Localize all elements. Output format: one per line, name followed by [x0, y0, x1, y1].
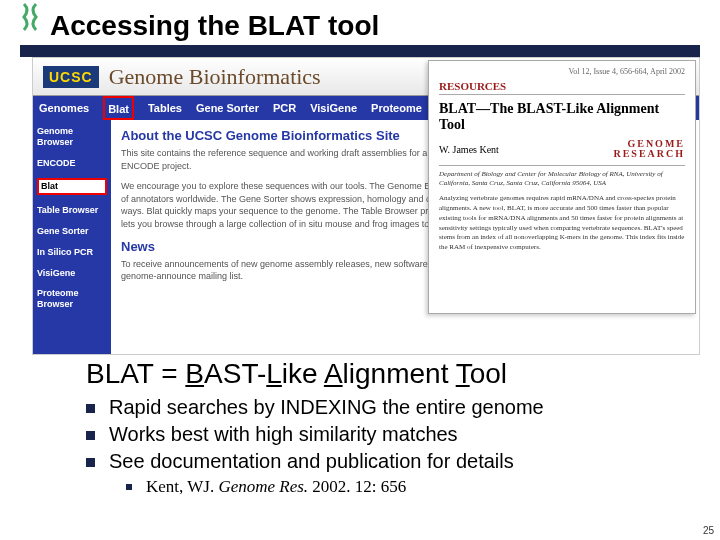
title-underline — [20, 45, 700, 57]
eq-r4: ool — [470, 358, 507, 389]
eq-r3: lignment — [343, 358, 456, 389]
sidebar-blat[interactable]: Blat — [37, 178, 107, 195]
bullet-list: Rapid searches by INDEXING the entire ge… — [86, 396, 544, 501]
paper-author-row: W. James Kent GENOME RESEARCH — [439, 139, 685, 166]
eq-r1: AST- — [204, 358, 266, 389]
nav-pcr[interactable]: PCR — [273, 102, 296, 114]
nav-gene-sorter[interactable]: Gene Sorter — [196, 102, 259, 114]
cite-journal: Genome Res. — [218, 477, 308, 496]
ucsc-logo: UCSC — [43, 66, 99, 88]
nav-visigene[interactable]: VisiGene — [310, 102, 357, 114]
sidebar-gene-sorter[interactable]: Gene Sorter — [37, 226, 107, 237]
eq-b: B — [185, 358, 204, 389]
sidebar-proteome-browser[interactable]: Proteome Browser — [37, 288, 107, 310]
blat-equation: BLAT = BAST-Like Alignment Tool — [86, 358, 507, 390]
dna-icon — [18, 2, 42, 32]
nav-genomes[interactable]: Genomes — [39, 102, 89, 114]
paper-resources: RESOURCES — [439, 80, 685, 95]
sidebar-in-silico-pcr[interactable]: In Silico PCR — [37, 247, 107, 258]
eq-t: T — [456, 358, 470, 389]
sidebar-visigene[interactable]: VisiGene — [37, 268, 107, 279]
nav-tables[interactable]: Tables — [148, 102, 182, 114]
bullet-1: Rapid searches by INDEXING the entire ge… — [86, 396, 544, 419]
bullet-3: See documentation and publication for de… — [86, 450, 544, 473]
paper-affiliation: Department of Biology and Center for Mol… — [439, 170, 685, 188]
ucsc-header-text: Genome Bioinformatics — [109, 64, 321, 90]
bullet-2: Works best with high similarity matches — [86, 423, 544, 446]
cite-rest: 2002. 12: 656 — [308, 477, 406, 496]
bullet-1-text: Rapid searches by INDEXING the entire ge… — [109, 396, 544, 419]
eq-a: A — [324, 358, 343, 389]
page-number: 25 — [703, 525, 714, 536]
paper-author: W. James Kent — [439, 144, 499, 155]
paper-title: BLAT—The BLAST-Like Alignment Tool — [439, 101, 685, 133]
genome-research-logo: GENOME RESEARCH — [613, 139, 685, 159]
nav-blat[interactable]: Blat — [108, 103, 129, 115]
sidebar-encode[interactable]: ENCODE — [37, 158, 107, 169]
sidebar-table-browser[interactable]: Table Browser — [37, 205, 107, 216]
paper-overlay: Vol 12, Issue 4, 656-664, April 2002 RES… — [428, 60, 696, 314]
paper-abstract: Analyzing vertebrate genomes requires ra… — [439, 194, 685, 253]
ucsc-sidebar: Genome Browser ENCODE Blat Table Browser… — [33, 120, 111, 354]
nav-proteome[interactable]: Proteome — [371, 102, 422, 114]
bullet-icon — [86, 431, 95, 440]
citation: Kent, WJ. Genome Res. 2002. 12: 656 — [146, 477, 406, 497]
bullet-3-text: See documentation and publication for de… — [109, 450, 514, 473]
bullet-2-text: Works best with high similarity matches — [109, 423, 458, 446]
citation-row: Kent, WJ. Genome Res. 2002. 12: 656 — [86, 477, 544, 497]
logo-bot: RESEARCH — [613, 148, 685, 159]
sidebar-genome-browser[interactable]: Genome Browser — [37, 126, 107, 148]
eq-prefix: BLAT = — [86, 358, 185, 389]
eq-r2: ike — [282, 358, 324, 389]
bullet-icon — [86, 404, 95, 413]
nav-blat-highlight: Blat — [103, 96, 134, 120]
bullet-icon — [86, 458, 95, 467]
slide-title: Accessing the BLAT tool — [50, 10, 379, 42]
eq-l: L — [266, 358, 282, 389]
cite-author: Kent, WJ. — [146, 477, 218, 496]
bullet-icon-small — [126, 484, 132, 490]
paper-volume: Vol 12, Issue 4, 656-664, April 2002 — [439, 67, 685, 76]
